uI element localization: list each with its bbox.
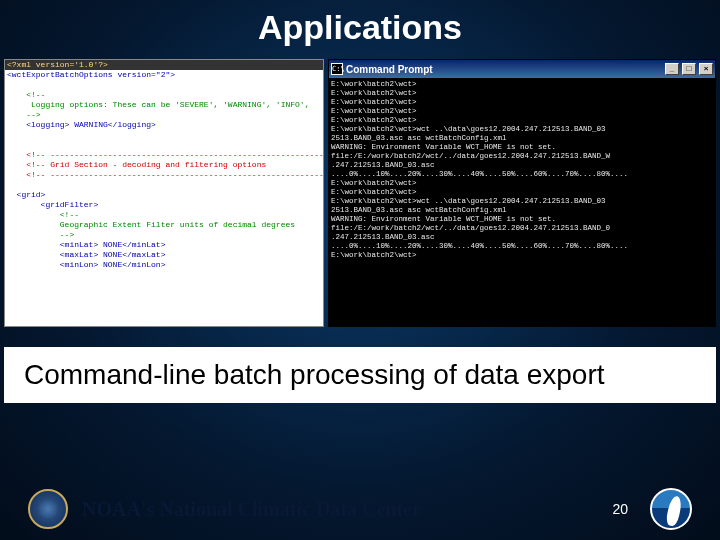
xml-comment-close: --> [5,230,323,240]
terminal-line: .247.212513.BAND_03.asc [331,161,713,170]
xml-blank [5,140,323,150]
terminal-line: E:\work\batch2\wct> [331,107,713,116]
terminal-line: E:\work\batch2\wct> [331,98,713,107]
window-title: Command Prompt [346,64,662,75]
terminal-line: E:\work\batch2\wct> [331,89,713,98]
terminal-line: E:\work\batch2\wct> [331,179,713,188]
xml-gridfilter-open: <gridFilter> [5,200,323,210]
terminal-line: file:/E:/work/batch2/wct/../data/goes12.… [331,224,713,233]
xml-comment-open: <!-- [5,210,323,220]
xml-comment-text: Logging options: These can be 'SEVERE', … [5,100,323,110]
terminal-line: E:\work\batch2\wct> [331,116,713,125]
xml-blank [5,80,323,90]
terminal-line: E:\work\batch2\wct> [331,251,713,260]
xml-maxlat: <maxLat> NONE</maxLat> [5,250,323,260]
terminal-line: ....0%....10%....20%....30%....40%....50… [331,242,713,251]
minimize-button[interactable]: _ [665,63,679,75]
xml-comment-close: --> [5,110,323,120]
xml-blank [5,180,323,190]
noaa-logo-icon [650,488,692,530]
terminal-line: ....0%....10%....20%....30%....40%....50… [331,170,713,179]
slide-footer: NOAA's National Climatic Data Center 20 [0,488,720,530]
xml-logging: <logging> WARNING</logging> [5,120,323,130]
xml-comment-open: <!-- [5,90,323,100]
xml-divider: <!-- -----------------------------------… [5,170,323,180]
screenshot-panels: <?xml version='1.0'?> <wctExportBatchOpt… [0,59,720,327]
terminal-line: 2513.BAND_03.asc asc wctBatchConfig.xml [331,134,713,143]
terminal-line: .247.212513.BAND_03.asc [331,233,713,242]
footer-org: NOAA's National Climatic Data Center [82,498,598,521]
terminal-line: E:\work\batch2\wct>wct ..\data\goes12.20… [331,125,713,134]
xml-section-label: <!-- Grid Section - decoding and filteri… [5,160,323,170]
terminal-line: WARNING: Environment Variable WCT_HOME i… [331,215,713,224]
terminal-line: WARNING: Environment Variable WCT_HOME i… [331,143,713,152]
terminal-line: file:/E:/work/batch2/wct/../data/goes12.… [331,152,713,161]
terminal-line: E:\work\batch2\wct> [331,188,713,197]
terminal-output[interactable]: E:\work\batch2\wct> E:\work\batch2\wct> … [329,78,715,326]
xml-comment-text: Geographic Extent Filter units of decima… [5,220,323,230]
xml-divider: <!-- -----------------------------------… [5,150,323,160]
cmd-icon: C:\ [331,63,343,75]
window-titlebar[interactable]: C:\ Command Prompt _ □ × [329,60,715,78]
command-prompt-window: C:\ Command Prompt _ □ × E:\work\batch2\… [328,59,716,327]
maximize-button[interactable]: □ [682,63,696,75]
page-number: 20 [612,501,628,517]
xml-minlat: <minLat> NONE</minLat> [5,240,323,250]
xml-declaration: <?xml version='1.0'?> [5,60,323,70]
terminal-line: E:\work\batch2\wct>wct ..\data\goes12.20… [331,197,713,206]
page-title: Applications [0,0,720,59]
xml-config-panel: <?xml version='1.0'?> <wctExportBatchOpt… [4,59,324,327]
doc-seal-icon [28,489,68,529]
slide-subtitle: Command-line batch processing of data ex… [4,347,716,403]
xml-grid-open: <grid> [5,190,323,200]
xml-root: <wctExportBatchOptions version="2"> [5,70,323,80]
close-button[interactable]: × [699,63,713,75]
terminal-line: E:\work\batch2\wct> [331,80,713,89]
terminal-line: 2513.BAND_03.asc asc wctBatchConfig.xml [331,206,713,215]
xml-minlon: <minLon> NONE</minLon> [5,260,323,270]
xml-blank [5,130,323,140]
